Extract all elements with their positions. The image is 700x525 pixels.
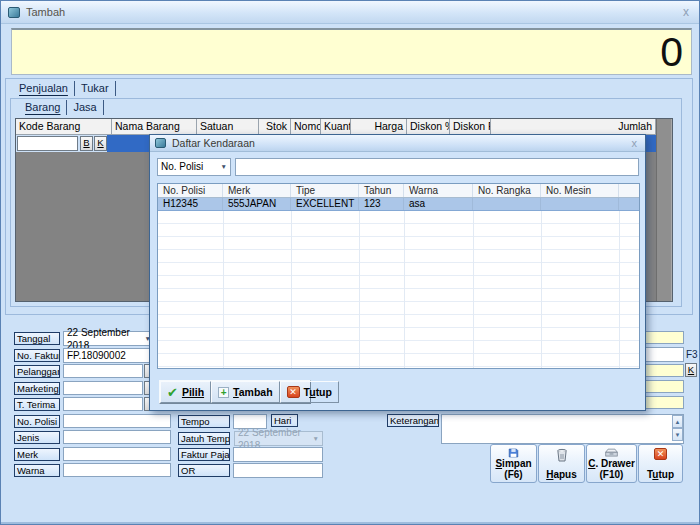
col-warna[interactable]: Warna bbox=[404, 184, 473, 197]
col-no-rangka[interactable]: No. Rangka bbox=[473, 184, 541, 197]
grid-vertical-scrollbar[interactable] bbox=[656, 119, 672, 301]
no-polisi-label: No. Polisi bbox=[14, 415, 60, 428]
or-input[interactable] bbox=[233, 463, 323, 478]
dialog-tutup-button[interactable]: ✕ Tutup bbox=[280, 381, 339, 403]
warna-input[interactable] bbox=[63, 463, 171, 477]
kode-barang-input[interactable] bbox=[17, 136, 78, 151]
dialog-close-icon[interactable]: x bbox=[632, 137, 638, 149]
grid-col-nomor: Nomor bbox=[291, 119, 321, 135]
grid-col-diskon-rp: Diskon Rp bbox=[450, 119, 491, 135]
dialog-titlebar[interactable]: Daftar Kendaraan x bbox=[150, 135, 645, 152]
faktur-pajak-input[interactable] bbox=[233, 447, 323, 462]
grid-col-stok: Stok bbox=[259, 119, 291, 135]
faktur-pajak-label: Faktur Pajak bbox=[178, 448, 230, 461]
keterangan-scroll-up-icon[interactable]: ▲ bbox=[672, 415, 683, 428]
trash-icon bbox=[556, 448, 568, 462]
save-icon bbox=[506, 448, 521, 458]
warna-label: Warna bbox=[14, 464, 60, 477]
tanggal-label: Tanggal bbox=[14, 332, 60, 345]
grid-col-kuant: Kuant bbox=[321, 119, 351, 135]
total-display: 0 bbox=[11, 28, 692, 75]
col-tipe[interactable]: Tipe bbox=[291, 184, 359, 197]
grid-col-kode-barang: Kode Barang bbox=[16, 119, 112, 135]
filter-field-value: No. Polisi bbox=[161, 159, 203, 175]
keterangan-scroll-down-icon[interactable]: ▼ bbox=[672, 428, 683, 441]
keterangan-textarea[interactable] bbox=[441, 414, 684, 444]
window-title: Tambah bbox=[26, 6, 65, 18]
dialog-title: Daftar Kendaraan bbox=[172, 137, 255, 149]
cell-warna: asa bbox=[404, 198, 473, 210]
pelanggan-label: Pelanggan bbox=[14, 365, 60, 378]
cell-no-rangka bbox=[473, 198, 541, 210]
col-merk[interactable]: Merk bbox=[223, 184, 291, 197]
dialog-icon bbox=[155, 138, 166, 148]
cell-merk: 555JAPAN bbox=[223, 198, 291, 210]
or-label: OR bbox=[178, 464, 230, 477]
filter-field-combo[interactable]: No. Polisi ▼ bbox=[157, 158, 231, 176]
merk-input[interactable] bbox=[63, 447, 171, 461]
tambah-button[interactable]: + Tambah bbox=[211, 381, 279, 403]
close-red-icon: ✕ bbox=[654, 448, 667, 460]
vehicle-table-empty-rows bbox=[158, 211, 639, 368]
col-filler bbox=[619, 184, 639, 197]
vehicle-table-header: No. Polisi Merk Tipe Tahun Warna No. Ran… bbox=[158, 184, 639, 198]
jatuh-tempo-combo: 22 September 2018 ▼ bbox=[234, 431, 323, 446]
jatuh-tempo-label: Jatuh Tempo bbox=[178, 432, 230, 445]
t-terima-label: T. Terima bbox=[14, 398, 60, 411]
cell-tahun: 123 bbox=[359, 198, 404, 210]
vehicle-search-input[interactable] bbox=[235, 158, 639, 176]
keterangan-label: Keterangan bbox=[387, 414, 439, 427]
cell-no-mesin bbox=[541, 198, 619, 210]
window-icon bbox=[8, 7, 20, 18]
col-no-polisi[interactable]: No. Polisi bbox=[158, 184, 223, 197]
jenis-input[interactable] bbox=[63, 430, 171, 444]
f3-hint: F3 bbox=[686, 349, 698, 360]
chevron-down-icon: ▼ bbox=[313, 432, 319, 445]
merk-label: Merk bbox=[14, 448, 60, 461]
window-titlebar[interactable]: Tambah bbox=[1, 1, 699, 24]
no-faktur-label: No. Faktur bbox=[14, 349, 60, 362]
tab-penjualan[interactable]: Penjualan bbox=[13, 81, 75, 96]
main-tabbar: Penjualan Tukar bbox=[13, 81, 116, 96]
barcode-button[interactable]: B bbox=[80, 136, 93, 151]
cell-no-polisi: H12345 bbox=[158, 198, 223, 210]
tutup-button[interactable]: ✕ Tutup bbox=[638, 444, 683, 483]
grid-col-jumlah: Jumlah bbox=[491, 119, 656, 135]
marketing-input[interactable] bbox=[63, 381, 143, 395]
cell-tipe: EXCELLENT bbox=[291, 198, 359, 210]
simpan-button[interactable]: Simpan(F6) bbox=[490, 444, 537, 483]
kode-lookup-button[interactable]: K bbox=[94, 136, 107, 151]
jenis-label: Jenis bbox=[14, 431, 60, 444]
pelanggan-input[interactable] bbox=[63, 364, 143, 378]
grid-col-harga: Harga bbox=[351, 119, 407, 135]
col-no-mesin[interactable]: No. Mesin bbox=[541, 184, 619, 197]
pilih-button[interactable]: ✔ Pilih bbox=[160, 381, 211, 403]
grid-col-diskon-pct: Diskon % bbox=[407, 119, 450, 135]
t-terima-input[interactable] bbox=[63, 397, 143, 411]
vehicle-table: No. Polisi Merk Tipe Tahun Warna No. Ran… bbox=[157, 183, 640, 369]
dialog-toolbar: ✔ Pilih + Tambah ✕ Tutup bbox=[159, 380, 311, 404]
col-tahun[interactable]: Tahun bbox=[359, 184, 404, 197]
tempo-label: Tempo bbox=[178, 415, 230, 428]
tab-jasa[interactable]: Jasa bbox=[67, 100, 103, 115]
grid-col-nama-barang: Nama Barang bbox=[112, 119, 197, 135]
no-polisi-input[interactable] bbox=[63, 414, 171, 428]
close-red-icon: ✕ bbox=[287, 386, 300, 398]
marketing-label: Marketing bbox=[14, 382, 60, 395]
plus-icon: + bbox=[218, 387, 229, 398]
tab-barang[interactable]: Barang bbox=[19, 100, 67, 115]
tanggal-combo[interactable]: 22 September 2018 ▼ bbox=[63, 331, 155, 346]
grid-col-satuan: Satuan bbox=[197, 119, 259, 135]
tambah-window: Tambah x 0 Penjualan Tukar Barang Jasa K… bbox=[0, 0, 700, 525]
grid-header: Kode Barang Nama Barang Satuan Stok Nomo… bbox=[16, 119, 656, 135]
chevron-down-icon: ▼ bbox=[221, 159, 227, 175]
cash-drawer-button[interactable]: C. Drawer(F10) bbox=[586, 444, 637, 483]
hapus-button[interactable]: Hapus bbox=[538, 444, 585, 483]
right-lookup-button[interactable]: K bbox=[685, 363, 697, 377]
tab-tukar[interactable]: Tukar bbox=[75, 81, 116, 96]
no-faktur-input[interactable] bbox=[63, 348, 155, 363]
window-close-icon[interactable]: x bbox=[683, 5, 689, 19]
vehicle-row-selected[interactable]: H12345 555JAPAN EXCELLENT 123 asa bbox=[158, 198, 639, 211]
drawer-icon bbox=[603, 448, 620, 458]
daftar-kendaraan-dialog: Daftar Kendaraan x No. Polisi ▼ No. Poli… bbox=[149, 134, 646, 411]
